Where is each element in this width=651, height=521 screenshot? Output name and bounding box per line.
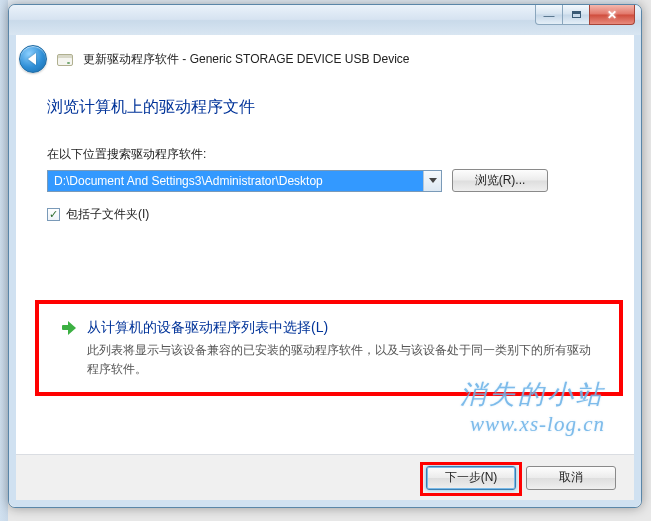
minimize-button[interactable]: — bbox=[535, 5, 563, 25]
search-location-label: 在以下位置搜索驱动程序软件: bbox=[47, 146, 603, 163]
go-arrow-icon bbox=[61, 320, 77, 336]
header-row: 更新驱动程序软件 - Generic STORAGE DEVICE USB De… bbox=[19, 45, 410, 73]
drive-icon bbox=[57, 54, 73, 66]
maximize-icon bbox=[572, 11, 581, 18]
wizard-title-prefix: 更新驱动程序软件 - bbox=[83, 52, 190, 66]
back-button[interactable] bbox=[19, 45, 47, 73]
close-button[interactable]: ✕ bbox=[589, 5, 635, 25]
pick-from-list-description: 此列表将显示与该设备兼容的已安装的驱动程序软件，以及与该设备处于同一类别下的所有… bbox=[87, 341, 597, 378]
page-heading: 浏览计算机上的驱动程序文件 bbox=[47, 97, 603, 118]
path-value[interactable]: D:\Document And Settings3\Administrator\… bbox=[48, 171, 423, 191]
wizard-device-name: Generic STORAGE DEVICE USB Device bbox=[190, 52, 410, 66]
chevron-down-icon bbox=[429, 178, 437, 183]
cancel-button[interactable]: 取消 bbox=[526, 466, 616, 490]
wizard-title: 更新驱动程序软件 - Generic STORAGE DEVICE USB De… bbox=[83, 51, 410, 68]
maximize-button[interactable] bbox=[562, 5, 590, 25]
parent-window-edge bbox=[0, 0, 8, 521]
pick-from-list-option[interactable]: 从计算机的设备驱动程序列表中选择(L) 此列表将显示与该设备兼容的已安装的驱动程… bbox=[61, 319, 601, 378]
include-subfolders-checkbox[interactable]: ✓ bbox=[47, 208, 60, 221]
minimize-icon: — bbox=[544, 9, 555, 21]
annotation-highlight-next bbox=[420, 462, 522, 496]
path-combobox[interactable]: D:\Document And Settings3\Administrator\… bbox=[47, 170, 442, 192]
pick-from-list-title: 从计算机的设备驱动程序列表中选择(L) bbox=[87, 319, 328, 337]
driver-update-dialog: — ✕ 更新驱动程序软件 - Generic STORAGE DEVICE US… bbox=[8, 4, 642, 508]
titlebar[interactable]: — ✕ bbox=[9, 5, 641, 35]
path-dropdown-button[interactable] bbox=[423, 171, 441, 191]
include-subfolders-label: 包括子文件夹(I) bbox=[66, 206, 149, 223]
back-arrow-icon bbox=[28, 53, 36, 65]
footer: 下一步(N) 取消 bbox=[16, 454, 634, 500]
close-icon: ✕ bbox=[607, 8, 617, 22]
browse-button[interactable]: 浏览(R)... bbox=[452, 169, 548, 192]
check-icon: ✓ bbox=[49, 209, 58, 220]
window-controls: — ✕ bbox=[536, 5, 635, 25]
